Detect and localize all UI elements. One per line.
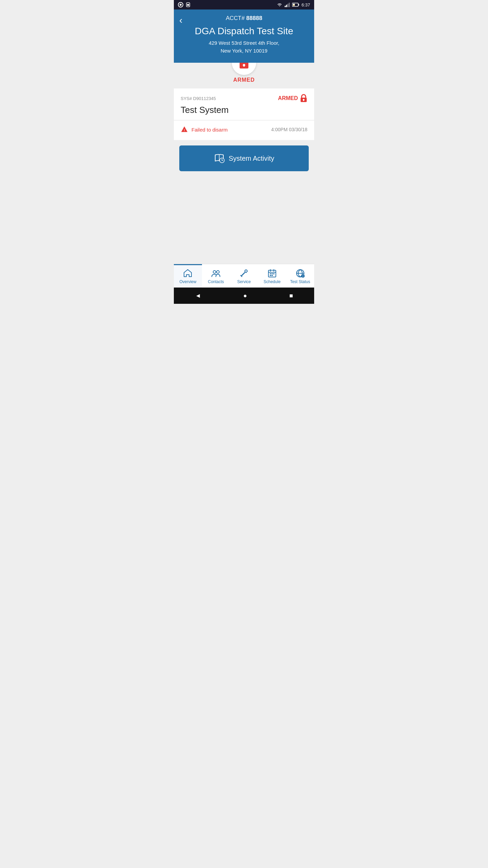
- back-button[interactable]: ‹: [179, 15, 182, 26]
- armed-badge-area: ARMED: [174, 63, 314, 88]
- nav-item-test-status[interactable]: ! Test Status: [286, 264, 314, 288]
- svg-point-23: [213, 271, 216, 273]
- schedule-icon: [267, 269, 277, 278]
- svg-rect-6: [287, 4, 288, 7]
- android-back-button[interactable]: ◄: [195, 292, 201, 299]
- svg-rect-31: [270, 273, 271, 274]
- svg-text:!: !: [302, 275, 303, 277]
- svg-rect-33: [273, 273, 274, 274]
- overview-icon: [183, 269, 192, 278]
- nav-label-service: Service: [237, 279, 251, 284]
- system-lock-icon: [300, 94, 307, 103]
- sys-number: SYS# D90112345: [181, 96, 216, 101]
- site-name: DGA Dispatch Test Site: [181, 26, 307, 37]
- nav-label-overview: Overview: [179, 279, 196, 284]
- test-status-icon: !: [296, 269, 305, 278]
- alert-left: ! Failed to disarm: [181, 126, 228, 133]
- system-name: Test System: [181, 105, 307, 115]
- svg-rect-3: [187, 4, 189, 6]
- system-armed-status: ARMED: [278, 94, 307, 103]
- svg-rect-17: [303, 100, 304, 101]
- system-activity-button[interactable]: System Activity: [179, 145, 309, 171]
- nav-item-service[interactable]: Service: [230, 264, 258, 288]
- service-icon: [239, 269, 249, 278]
- svg-rect-14: [244, 65, 245, 67]
- svg-text:⚡: ⚡: [293, 4, 295, 6]
- contacts-icon: [211, 269, 221, 278]
- svg-point-24: [217, 271, 219, 273]
- system-card: SYS# D90112345 ARMED Test System ! Faile…: [174, 88, 314, 140]
- svg-line-25: [241, 273, 245, 276]
- bottom-nav: Overview Contacts Service: [174, 264, 314, 288]
- armed-label: ARMED: [233, 77, 255, 83]
- alert-row: ! Failed to disarm 4:00PM 03/30/18: [181, 120, 307, 140]
- record-icon: [178, 2, 183, 7]
- android-recents-button[interactable]: ■: [289, 292, 293, 299]
- svg-rect-9: [298, 4, 299, 6]
- activity-icon: [214, 153, 225, 164]
- site-address: 429 West 53rd Street 4th Floor, New York…: [181, 39, 307, 55]
- svg-rect-5: [286, 5, 287, 7]
- status-bar: ⚡ 6:37: [174, 0, 314, 9]
- nav-label-schedule: Schedule: [264, 279, 281, 284]
- android-nav: ◄ ● ■: [174, 288, 314, 304]
- svg-point-1: [180, 4, 182, 6]
- time-display: 6:37: [302, 2, 310, 7]
- svg-rect-7: [289, 3, 290, 7]
- activity-section: System Activity: [174, 140, 314, 178]
- nav-label-contacts: Contacts: [208, 279, 224, 284]
- sim-icon: [185, 2, 191, 7]
- wifi-icon: [277, 2, 283, 7]
- nav-label-test-status: Test Status: [290, 279, 310, 284]
- header: ‹ ACCT# 88888 DGA Dispatch Test Site 429…: [174, 9, 314, 63]
- signal-icon: [285, 2, 290, 7]
- system-card-top: SYS# D90112345 ARMED: [181, 94, 307, 103]
- nav-item-contacts[interactable]: Contacts: [202, 264, 230, 288]
- alert-time: 4:00PM 03/30/18: [271, 127, 307, 132]
- activity-button-label: System Activity: [229, 155, 274, 162]
- svg-rect-32: [271, 273, 273, 274]
- main-spacer: [174, 178, 314, 264]
- svg-rect-4: [285, 6, 286, 7]
- nav-item-schedule[interactable]: Schedule: [258, 264, 286, 288]
- android-home-button[interactable]: ●: [243, 292, 247, 299]
- account-number: ACCT# 88888: [181, 15, 307, 22]
- svg-rect-34: [270, 275, 271, 276]
- svg-text:!: !: [184, 129, 185, 132]
- status-bar-left: [178, 2, 191, 7]
- status-bar-right: ⚡ 6:37: [277, 2, 310, 7]
- svg-rect-35: [271, 275, 273, 276]
- warning-icon: !: [181, 126, 188, 133]
- nav-item-overview[interactable]: Overview: [174, 264, 202, 288]
- battery-icon: ⚡: [292, 3, 300, 7]
